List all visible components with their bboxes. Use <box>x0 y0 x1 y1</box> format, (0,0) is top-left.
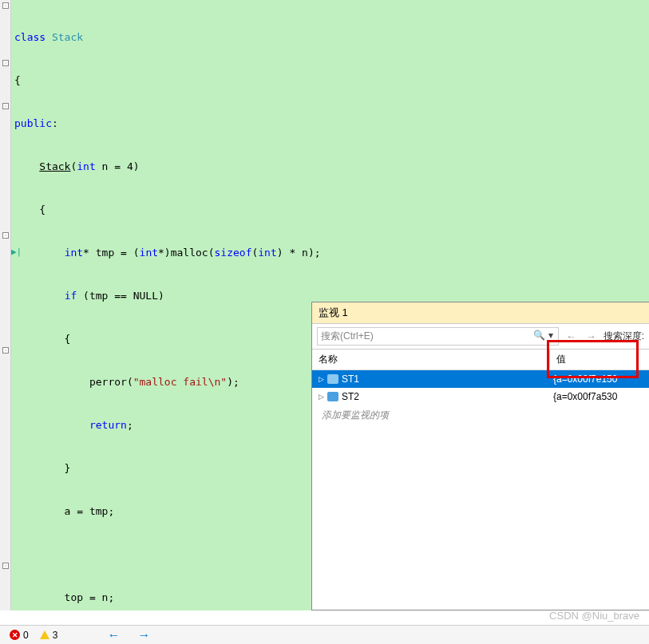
watch-columns-header: 名称 值 <box>312 350 649 370</box>
watch-row[interactable]: ▷ ST1 {a=0x00f7e150 <box>312 370 649 388</box>
error-count-value: 0 <box>23 630 29 641</box>
object-icon <box>327 392 338 401</box>
nav-prev-icon[interactable]: ← <box>104 628 123 642</box>
watch-row[interactable]: ▷ ST2 {a=0x00f7a530 <box>312 388 649 405</box>
search-input[interactable]: 搜索(Ctrl+E) 🔍 ▾ <box>317 327 559 346</box>
object-icon <box>327 374 338 384</box>
search-depth-label: 搜索深度: <box>603 330 644 343</box>
watch-var-name: ST2 <box>342 391 359 402</box>
expand-icon[interactable]: ▷ <box>319 375 324 383</box>
watch-var-value: {a=0x00f7e150 <box>550 373 649 385</box>
fold-toggle[interactable]: - <box>2 563 9 569</box>
fold-toggle[interactable]: - <box>2 347 9 354</box>
fold-toggle[interactable]: - <box>2 2 9 9</box>
watch-var-name: ST1 <box>342 373 359 385</box>
warning-count-value: 3 <box>53 630 58 641</box>
expand-icon[interactable]: ▷ <box>319 393 324 401</box>
watch-panel[interactable]: 监视 1 搜索(Ctrl+E) 🔍 ▾ ← → 搜索深度: 名称 值 ▷ ST1… <box>311 302 649 610</box>
watch-toolbar: 搜索(Ctrl+E) 🔍 ▾ ← → 搜索深度: <box>312 324 649 350</box>
fold-toggle[interactable]: - <box>2 232 9 239</box>
search-icon[interactable]: 🔍 ▾ <box>533 330 552 341</box>
nav-back-icon[interactable]: ← <box>564 330 579 342</box>
watermark: CSDN @Niu_brave <box>549 610 639 622</box>
add-watch-placeholder[interactable]: 添加要监视的项 <box>312 405 649 425</box>
search-placeholder: 搜索(Ctrl+E) <box>321 330 374 342</box>
error-icon: ✕ <box>10 630 20 640</box>
col-name-header[interactable]: 名称 <box>312 350 550 369</box>
watch-var-value: {a=0x00f7a530 <box>550 391 649 402</box>
error-count[interactable]: ✕ 0 <box>10 630 29 641</box>
warning-icon <box>40 630 49 639</box>
warning-count[interactable]: 3 <box>40 630 58 641</box>
watch-body: ▷ ST1 {a=0x00f7e150 ▷ ST2 {a=0x00f7a530 … <box>312 370 649 610</box>
watch-title: 监视 1 <box>312 302 649 324</box>
fold-toggle[interactable]: - <box>2 103 9 109</box>
col-value-header[interactable]: 值 <box>550 350 649 369</box>
status-bar: ✕ 0 3 ← → <box>0 625 649 644</box>
fold-gutter: - - - - - - ▶| <box>0 0 11 610</box>
nav-forward-icon[interactable]: → <box>584 330 599 342</box>
nav-next-icon[interactable]: → <box>134 628 153 642</box>
fold-toggle[interactable]: - <box>2 60 9 66</box>
